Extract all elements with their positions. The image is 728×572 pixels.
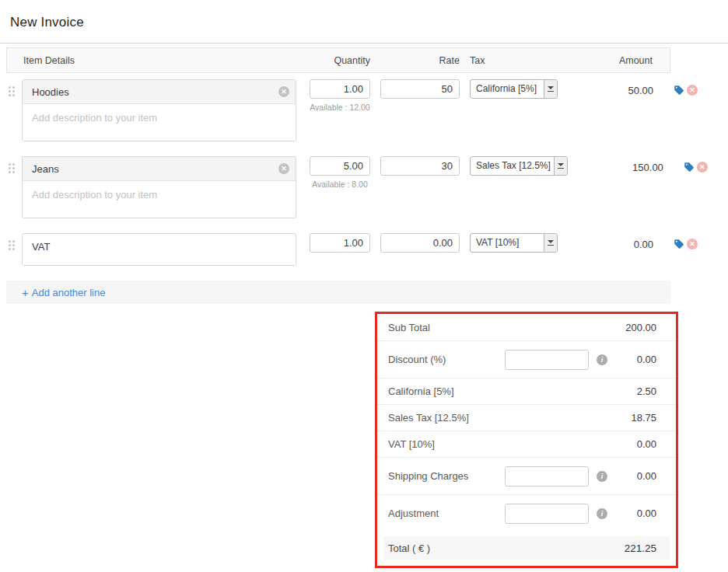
- quantity-input[interactable]: [310, 79, 370, 99]
- subtotal-value: 200.00: [625, 322, 656, 333]
- row-actions: ✕: [674, 79, 698, 96]
- add-another-line-button[interactable]: + Add another line: [22, 287, 105, 298]
- total-row: Total ( € ) 221.25: [383, 536, 670, 560]
- tax-line-label: Sales Tax [12.5%]: [388, 412, 505, 424]
- drag-handle-icon[interactable]: [6, 86, 22, 98]
- drag-handle-icon[interactable]: [6, 240, 22, 252]
- subtotal-row: Sub Total 200.00: [377, 314, 676, 340]
- page-title: New Invoice: [10, 15, 728, 30]
- item-description-input[interactable]: [23, 104, 296, 140]
- subtotal-label: Sub Total: [388, 322, 505, 333]
- discount-input[interactable]: [505, 350, 589, 370]
- tax-cell: California [5%]: [470, 79, 558, 99]
- adjustment-label: Adjustment: [388, 507, 505, 519]
- shipping-row: Shipping Charges i 0.00: [377, 457, 676, 494]
- clear-item-icon[interactable]: ✕: [278, 86, 289, 97]
- item-name-bar: ✕: [23, 157, 296, 181]
- delete-row-icon[interactable]: ✕: [687, 239, 698, 249]
- tax-select[interactable]: Sales Tax [12.5%]: [470, 156, 568, 176]
- tax-line-value: 2.50: [637, 385, 656, 397]
- drag-handle-icon[interactable]: [6, 163, 22, 175]
- chevron-down-icon[interactable]: [544, 234, 557, 252]
- quantity-cell: Available : 8.00: [310, 156, 370, 189]
- tax-select[interactable]: California [5%]: [470, 79, 558, 99]
- clear-item-icon[interactable]: ✕: [278, 163, 289, 174]
- tax-selected-value: California [5%]: [471, 80, 544, 98]
- shipping-input[interactable]: [505, 466, 589, 487]
- tax-line-label: VAT [10%]: [388, 438, 505, 450]
- chevron-down-icon[interactable]: [554, 157, 567, 175]
- item-row-vat: VAT VAT [10%] 0.00 ✕: [6, 233, 728, 266]
- rate-cell: [380, 79, 460, 99]
- item-row-hoodies: ✕ Available : 12.00 California [5%] 50.0…: [6, 79, 728, 141]
- quantity-input[interactable]: [310, 233, 370, 253]
- total-label: Total ( € ): [388, 542, 430, 554]
- discount-value: 0.00: [637, 354, 656, 365]
- tax-line-label: California [5%]: [388, 385, 505, 397]
- available-stock-label: Available : 12.00: [310, 103, 370, 112]
- info-icon: i: [597, 471, 607, 482]
- info-icon: i: [597, 354, 607, 365]
- tax-selected-value: Sales Tax [12.5%]: [471, 157, 554, 175]
- available-stock-label: Available : 8.00: [310, 180, 370, 189]
- column-header-tax: Tax: [460, 55, 558, 66]
- rate-cell: [380, 156, 460, 176]
- delete-row-icon[interactable]: ✕: [697, 162, 708, 173]
- adjustment-input[interactable]: [505, 504, 589, 524]
- tag-icon[interactable]: [674, 85, 684, 96]
- item-description-input[interactable]: [23, 181, 296, 217]
- rate-input[interactable]: [380, 156, 460, 176]
- add-line-bar: + Add another line: [6, 281, 670, 304]
- total-value: 221.25: [625, 542, 656, 554]
- rate-input[interactable]: [380, 233, 460, 253]
- discount-label: Discount (%): [388, 354, 505, 365]
- item-name-bar: ✕: [23, 80, 296, 104]
- discount-row: Discount (%) i 0.00: [377, 340, 676, 378]
- column-header-quantity: Quantity: [310, 55, 370, 66]
- tax-line-row: Sales Tax [12.5%] 18.75: [377, 404, 676, 431]
- invoice-summary-box: Sub Total 200.00 Discount (%) i 0.00 Cal…: [375, 312, 678, 568]
- item-details-box: VAT: [22, 233, 296, 266]
- column-header-item-details: Item Details: [7, 55, 310, 66]
- add-another-line-label: Add another line: [32, 287, 106, 298]
- tax-select[interactable]: VAT [10%]: [470, 233, 558, 253]
- item-details-box: ✕: [22, 156, 296, 218]
- tax-cell: Sales Tax [12.5%]: [470, 156, 568, 176]
- shipping-label: Shipping Charges: [388, 470, 505, 482]
- adjustment-value: 0.00: [637, 507, 656, 519]
- item-row-jeans: ✕ Available : 8.00 Sales Tax [12.5%] 150…: [6, 156, 728, 218]
- tag-icon[interactable]: [674, 239, 684, 249]
- page-header: New Invoice: [0, 0, 728, 44]
- quantity-input[interactable]: [310, 156, 370, 176]
- adjustment-row: Adjustment i 0.00: [377, 494, 676, 532]
- tax-selected-value: VAT [10%]: [471, 234, 544, 252]
- rate-cell: [380, 233, 460, 253]
- row-actions: ✕: [674, 233, 698, 249]
- tax-line-row: California [5%] 2.50: [377, 378, 676, 404]
- quantity-cell: [310, 233, 370, 253]
- item-name-input[interactable]: [32, 163, 278, 175]
- tag-icon[interactable]: [684, 162, 695, 173]
- plus-icon: +: [22, 287, 29, 298]
- shipping-value: 0.00: [637, 470, 656, 482]
- line-amount: 50.00: [558, 79, 653, 96]
- line-amount: 0.00: [558, 233, 653, 250]
- column-header-amount: Amount: [558, 55, 670, 66]
- rate-input[interactable]: [380, 79, 460, 99]
- item-name-input[interactable]: VAT: [23, 234, 296, 265]
- items-table-header: Item Details Quantity Rate Tax Amount: [6, 47, 670, 73]
- line-amount: 150.00: [568, 156, 663, 173]
- column-header-rate: Rate: [370, 55, 460, 66]
- delete-row-icon[interactable]: ✕: [687, 85, 698, 96]
- item-name-input[interactable]: [32, 86, 278, 98]
- tax-line-value: 0.00: [637, 438, 656, 450]
- quantity-cell: Available : 12.00: [310, 79, 370, 112]
- tax-cell: VAT [10%]: [470, 233, 558, 253]
- info-icon: i: [597, 508, 607, 519]
- tax-line-value: 18.75: [631, 412, 656, 424]
- tax-line-row: VAT [10%] 0.00: [377, 431, 676, 457]
- item-details-box: ✕: [22, 79, 296, 141]
- row-actions: ✕: [684, 156, 708, 173]
- chevron-down-icon[interactable]: [544, 80, 557, 98]
